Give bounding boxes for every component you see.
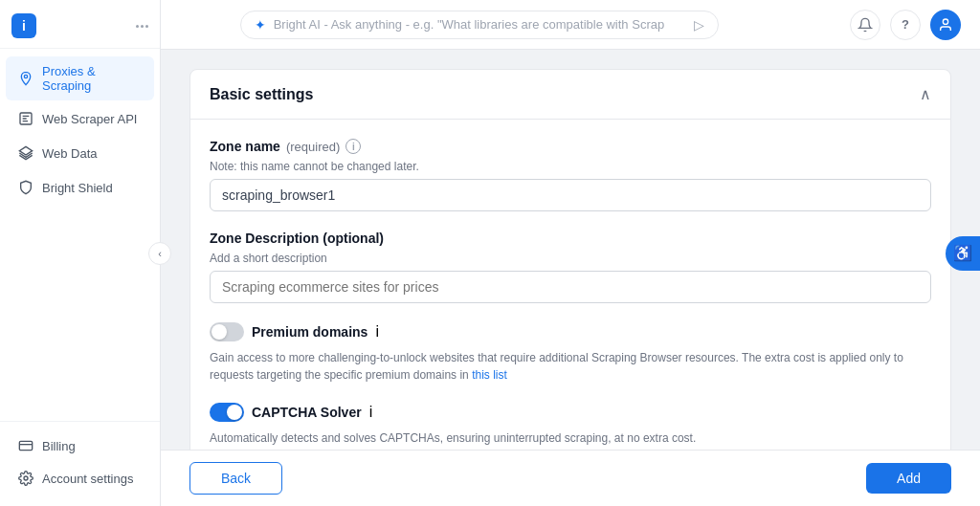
question-icon: ? [902, 17, 909, 32]
premium-domains-desc: Gain access to more challenging-to-unloc… [210, 349, 931, 384]
sidebar-item-label: Bright Shield [42, 181, 113, 195]
captcha-solver-info-icon[interactable]: i [369, 404, 373, 421]
sidebar-nav: Proxies & Scraping Web Scraper API We [0, 49, 160, 421]
bottom-bar: Back Add [161, 450, 980, 506]
app-logo: i [11, 13, 36, 38]
zone-name-info-icon[interactable]: i [345, 139, 361, 154]
captcha-solver-toggle[interactable] [210, 403, 244, 422]
captcha-solver-desc: Automatically detects and solves CAPTCHA… [210, 429, 931, 447]
bell-icon [858, 17, 873, 33]
shield-icon [17, 179, 34, 196]
sparkle-icon: ✦ [255, 17, 266, 33]
add-button[interactable]: Add [866, 463, 951, 494]
sidebar-collapse-button[interactable]: ‹ [148, 242, 171, 265]
zone-description-field: Zone Description (optional) Add a short … [210, 231, 931, 303]
premium-domains-info-icon[interactable]: i [375, 323, 379, 341]
accessibility-button[interactable]: ♿ [946, 236, 980, 271]
sidebar-item-account-settings[interactable]: Account settings [6, 462, 154, 495]
sidebar-bottom: Billing Account settings [0, 421, 160, 506]
premium-domains-toggle[interactable] [210, 322, 244, 341]
sidebar-bottom-label: Account settings [42, 472, 133, 486]
notification-button[interactable] [850, 10, 880, 40]
topbar: ✦ Bright AI - Ask anything - e.g. "What … [161, 0, 980, 50]
basic-settings-card: Basic settings ∧ Zone name (required) i … [189, 69, 951, 450]
search-bar[interactable]: ✦ Bright AI - Ask anything - e.g. "What … [240, 11, 719, 39]
api-icon [17, 110, 34, 127]
captcha-solver-label: CAPTCHA Solver [252, 405, 362, 420]
chevron-up-icon[interactable]: ∧ [920, 85, 931, 103]
zone-name-note: Note: this name cannot be changed later. [210, 160, 931, 173]
accessibility-icon: ♿ [953, 244, 972, 262]
sidebar-item-billing[interactable]: Billing [6, 429, 154, 462]
premium-domains-label: Premium domains [252, 324, 368, 340]
card-header: Basic settings ∧ [190, 70, 950, 120]
gear-icon [17, 470, 34, 487]
captcha-solver-label-row: CAPTCHA Solver i [210, 403, 931, 422]
main-content: ✦ Bright AI - Ask anything - e.g. "What … [161, 0, 980, 506]
svg-rect-3 [19, 441, 32, 450]
avatar-button[interactable] [930, 10, 961, 40]
search-placeholder: Bright AI - Ask anything - e.g. "What li… [274, 17, 686, 32]
svg-point-6 [943, 19, 947, 24]
sidebar-item-bright-shield[interactable]: Bright Shield [6, 171, 154, 204]
sidebar-header: i [0, 0, 160, 49]
captcha-solver-toggle-row: CAPTCHA Solver i Automatically detects a… [210, 403, 931, 447]
zone-name-label: Zone name (required) i [210, 139, 931, 154]
sidebar-item-proxies-scraping[interactable]: Proxies & Scraping [6, 56, 154, 100]
sidebar-menu-dots[interactable] [136, 25, 148, 28]
user-icon [938, 17, 953, 33]
sidebar-item-web-data[interactable]: Web Data [6, 137, 154, 169]
zone-description-input[interactable] [210, 271, 931, 303]
zone-description-sublabel: Add a short description [210, 252, 931, 265]
sidebar: i Proxies & Scraping Web Scrap [0, 0, 161, 506]
sidebar-item-label: Web Scraper API [42, 112, 137, 126]
premium-domains-toggle-row: Premium domains i Gain access to more ch… [210, 322, 931, 384]
svg-point-5 [24, 476, 28, 480]
zone-name-input[interactable] [210, 179, 931, 211]
location-pin-icon [17, 70, 34, 87]
help-button[interactable]: ? [890, 10, 921, 40]
send-icon: ▷ [694, 17, 704, 33]
card-body: Zone name (required) i Note: this name c… [190, 120, 950, 450]
topbar-icons: ? [850, 10, 961, 40]
sidebar-item-web-scraper-api[interactable]: Web Scraper API [6, 102, 154, 135]
premium-domains-link[interactable]: this list [472, 368, 507, 382]
premium-domains-label-row: Premium domains i [210, 322, 931, 341]
required-tag: (required) [286, 140, 340, 154]
page-content: Basic settings ∧ Zone name (required) i … [161, 50, 980, 450]
card-title: Basic settings [210, 86, 313, 103]
zone-name-field: Zone name (required) i Note: this name c… [210, 139, 931, 211]
svg-point-0 [24, 75, 27, 77]
layers-icon [17, 144, 34, 162]
zone-description-label: Zone Description (optional) [210, 231, 931, 246]
card-icon [17, 437, 34, 454]
sidebar-item-label: Proxies & Scraping [42, 64, 143, 93]
back-button[interactable]: Back [189, 462, 282, 495]
sidebar-item-label: Web Data [42, 146, 98, 161]
sidebar-bottom-label: Billing [42, 439, 76, 453]
